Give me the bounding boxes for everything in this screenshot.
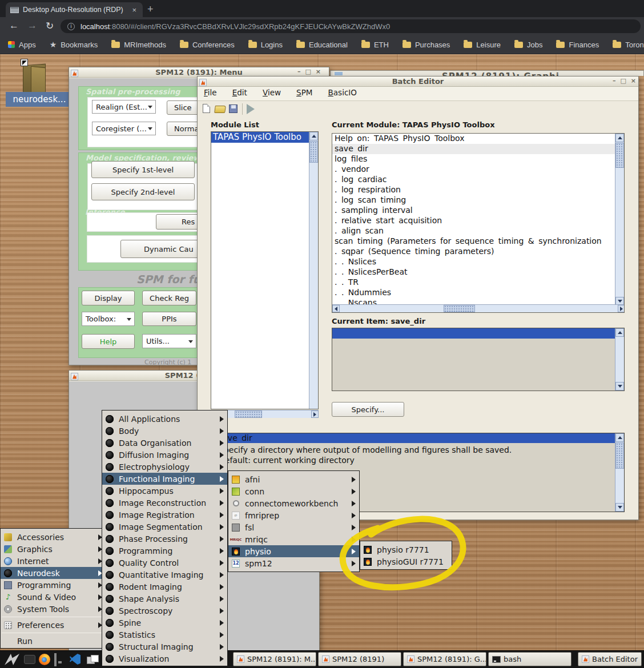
minimize-button[interactable]: – [297, 68, 301, 75]
bookmark-folder[interactable]: Finances [556, 41, 599, 49]
category-image-registration[interactable]: Image Registration [102, 509, 227, 521]
coregister-dropdown[interactable]: Coregister (... [92, 122, 156, 135]
toolbox-dropdown[interactable]: Toolbox: [82, 312, 135, 326]
category-data-organisation[interactable]: Data Organisation [102, 437, 227, 449]
taskbar-button-bash[interactable]: bash [488, 652, 571, 666]
bookmark-folder[interactable]: MRImethods [111, 41, 166, 49]
maximize-button[interactable]: □ [305, 68, 311, 75]
bookmark-folder[interactable]: Purchases [402, 41, 450, 49]
menu-edit[interactable]: Edit [226, 88, 253, 97]
tree-row[interactable]: . log respiration [332, 185, 615, 195]
tree-row[interactable]: . vendor [332, 164, 615, 175]
save-batch-icon[interactable] [229, 104, 238, 113]
menu-item-run[interactable]: Run [1, 635, 106, 647]
app-launcher-icon[interactable] [5, 654, 19, 665]
tree-row[interactable]: . log cardiac [332, 175, 615, 185]
category-functional-imaging[interactable]: Functional Imaging [102, 473, 227, 485]
scroll-left-button[interactable] [332, 305, 340, 312]
scroll-down-button[interactable] [615, 503, 624, 512]
category-shape-analysis[interactable]: Shape Analysis [102, 593, 227, 605]
category-phase-processing[interactable]: Phase Processing [102, 533, 227, 545]
tree-row[interactable]: . log scan timing [332, 195, 615, 206]
maximize-button[interactable]: □ [620, 77, 626, 84]
titlebar[interactable]: Batch Editor – □ × [198, 77, 638, 87]
firefox-icon[interactable] [39, 654, 50, 665]
app-fsl[interactable]: fsl [228, 521, 359, 533]
tree-row[interactable]: Help on: TAPAS PhysIO Toolbox [332, 134, 615, 144]
app-connectomeworkbench[interactable]: connectomeworkbench [228, 497, 359, 509]
category-image-segmentation[interactable]: Image Segmentation [102, 521, 227, 533]
app-fmriprep[interactable]: fPfmriprep [228, 509, 359, 521]
specify-2nd-level-button[interactable]: Specify 2nd-level [91, 183, 195, 200]
minimize-button[interactable]: – [613, 77, 616, 84]
close-button[interactable]: × [316, 68, 321, 75]
app-physio[interactable]: physio [228, 545, 359, 557]
tree-row-selected[interactable]: save dir [332, 144, 615, 154]
reload-button[interactable]: ↻ [46, 20, 54, 32]
current-item-box[interactable] [332, 328, 625, 391]
menu-spm[interactable]: SPM [290, 88, 319, 97]
browser-tab[interactable]: Desktop Auto-Resolution (RDP) × [6, 2, 143, 17]
vertical-scrollbar[interactable] [615, 134, 624, 305]
menu-item-programming[interactable]: Programming [1, 579, 106, 591]
new-tab-button[interactable]: + [147, 3, 154, 15]
category-hippocampus[interactable]: Hippocampus [102, 485, 227, 497]
check-reg-button[interactable]: Check Reg [142, 291, 196, 305]
file-manager-icon[interactable] [24, 655, 35, 664]
tree-row[interactable]: . sqpar (Sequence timing parameters) [332, 247, 615, 257]
scrollbar-thumb[interactable] [309, 141, 318, 163]
taskbar-button-batch-editor[interactable]: Batch Editor [578, 652, 642, 666]
menu-item-neurodesk[interactable]: Neurodesk [1, 567, 106, 579]
bookmark-folder[interactable]: Toronto [613, 41, 644, 49]
menu-item-preferences[interactable]: Preferences [1, 619, 106, 631]
show-desktop-icon[interactable] [54, 653, 57, 666]
vscode-icon[interactable] [70, 654, 80, 665]
scroll-up-button[interactable] [615, 134, 624, 142]
bookmark-folder[interactable]: Logins [248, 41, 283, 49]
vertical-scrollbar[interactable] [309, 132, 318, 409]
back-button[interactable]: ← [9, 20, 19, 31]
scrollbar-thumb[interactable] [235, 411, 262, 418]
category-all-applications[interactable]: All Applications [102, 413, 227, 425]
category-visualization[interactable]: Visualization [102, 653, 227, 665]
bookmark-folder[interactable]: Jobs [514, 41, 542, 49]
scrollbar-thumb[interactable] [615, 442, 624, 469]
ppis-button[interactable]: PPIs [142, 312, 196, 326]
scroll-down-button[interactable] [615, 382, 624, 391]
tree-row[interactable]: . . Ndummies [332, 288, 615, 298]
specify-button[interactable]: Specify... [332, 402, 404, 417]
display-button[interactable]: Display [82, 291, 135, 305]
scroll-up-button[interactable] [615, 328, 624, 337]
open-batch-icon[interactable] [214, 106, 226, 113]
tree-row[interactable]: . align scan [332, 226, 615, 236]
category-diffusion-imaging[interactable]: Diffusion Imaging [102, 449, 227, 461]
category-electrophysiology[interactable]: Electrophysiology [102, 461, 227, 473]
menu-item-graphics[interactable]: Graphics [1, 543, 106, 555]
help-button[interactable]: Help [82, 334, 135, 349]
new-batch-icon[interactable] [203, 104, 210, 113]
address-bar[interactable]: i localhost:8080/#/client/RGVza3RvcCBBdX… [61, 19, 641, 33]
tree-row[interactable]: . . Nslices [332, 257, 615, 267]
utils-dropdown[interactable]: Utils... [142, 334, 196, 348]
category-spectroscopy[interactable]: Spectroscopy [102, 605, 227, 617]
scroll-right-button[interactable] [311, 411, 319, 418]
module-list-item[interactable]: TAPAS PhysIO Toolbo [211, 132, 309, 143]
category-statistics[interactable]: Statistics [102, 629, 227, 641]
menu-item-system-tools[interactable]: System Tools [1, 603, 106, 615]
scrollbar-thumb[interactable] [444, 305, 475, 312]
close-button[interactable]: × [631, 77, 636, 84]
menu-file[interactable]: File [198, 88, 223, 97]
menu-item-sound-video[interactable]: ♪Sound & Video [1, 591, 106, 603]
tree-row[interactable]: log files [332, 154, 615, 164]
menu-item-physiogui-r7771[interactable]: physioGUI r7771 [360, 556, 452, 568]
category-structural-imaging[interactable]: Structural Imaging [102, 641, 227, 653]
scroll-up-button[interactable] [309, 132, 318, 140]
desktop-icon-neurodesk[interactable]: neurodesk... [6, 59, 74, 109]
app-spm12[interactable]: 12spm12 [228, 557, 359, 569]
vertical-scrollbar[interactable] [615, 433, 624, 512]
app-afni[interactable]: afni [228, 473, 359, 485]
help-selected-row[interactable]: save dir [207, 433, 615, 443]
category-quantitative-imaging[interactable]: Quantitative Imaging [102, 569, 227, 581]
current-item-selected-row[interactable] [332, 328, 615, 339]
category-programming[interactable]: Programming [102, 545, 227, 557]
